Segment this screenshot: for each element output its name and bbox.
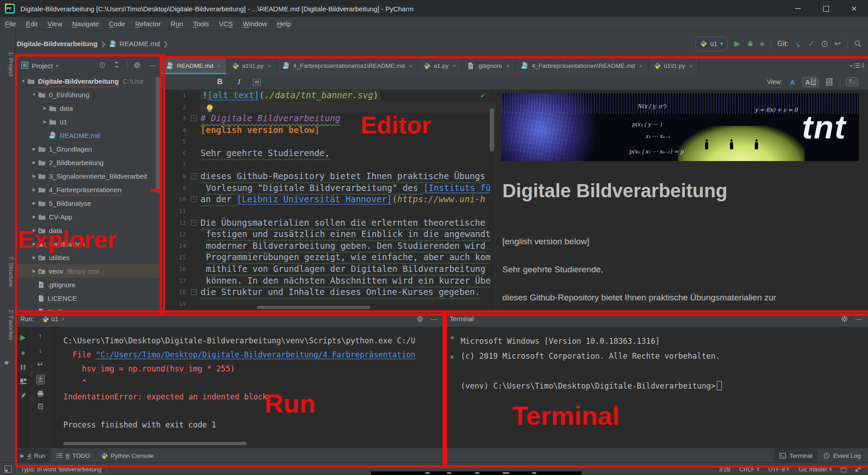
settings-gear-button[interactable] [841, 315, 848, 323]
vcs-commit-button[interactable]: ✓ [808, 39, 815, 48]
menu-item-view[interactable]: View [43, 17, 67, 30]
monospace-button[interactable]: m [253, 79, 261, 86]
run-configuration-select[interactable]: ü1▾ [695, 37, 728, 51]
tree-collapsed-icon[interactable]: ▶ [41, 119, 49, 124]
view-split-button[interactable]: A [802, 77, 819, 87]
tab-close-icon[interactable]: × [267, 62, 271, 69]
git-branch-widget[interactable]: Git: master [798, 466, 832, 473]
menu-item-help[interactable]: Help [272, 17, 296, 30]
menu-item-edit[interactable]: Edit [21, 17, 43, 30]
encoding-widget[interactable]: UTF-8 [768, 466, 790, 473]
tree-collapsed-icon[interactable]: ▶ [30, 187, 38, 192]
close-session-button[interactable]: × [450, 353, 454, 362]
tree-row[interactable]: ▶5_Bildanalyse [15, 196, 161, 210]
tree-row[interactable]: ▶3_Signalorientierte_Bildverarbeit [15, 169, 161, 183]
tree-row[interactable]: ▶utilities [15, 251, 161, 264]
editor-tab[interactable]: MD4_Farbrepräsentationen\README.md× [515, 57, 649, 74]
run-console-output[interactable]: C:\Users\Timo\Desktop\Digitale-Bildverar… [63, 327, 444, 448]
minimize-button[interactable]: ─ [784, 0, 812, 17]
new-session-button[interactable]: + [449, 333, 454, 343]
tree-collapsed-icon[interactable]: ▶ [30, 228, 38, 233]
settings-gear-button[interactable] [416, 315, 424, 323]
lock-icon[interactable] [841, 468, 846, 472]
view-preview-only-button[interactable] [824, 77, 835, 86]
intention-bulb-icon[interactable] [207, 104, 213, 110]
editor-tab[interactable]: MD4_Farbrepräsentationen\a1\README.md× [277, 57, 418, 74]
tree-collapsed-icon[interactable]: ▶ [41, 106, 49, 110]
editor-vertical-scrollbar[interactable] [490, 109, 494, 152]
tab-close-icon[interactable]: × [61, 316, 65, 323]
auto-scroll-preview-button[interactable]: T↓ [846, 77, 858, 86]
rerun-button[interactable]: ▶ [20, 333, 26, 342]
tab-close-icon[interactable]: × [409, 62, 413, 69]
vcs-rollback-button[interactable]: ↩ [835, 39, 841, 48]
view-editor-only-button[interactable]: A [787, 77, 797, 87]
stop-button[interactable]: ■ [21, 349, 25, 356]
tree-row[interactable]: ▶1_Grundlagen [15, 142, 161, 156]
menu-item-navigate[interactable]: Navigate [67, 17, 104, 30]
tree-expanded-icon[interactable]: ▼ [30, 92, 38, 97]
editor-code-area[interactable]: ![alt text](./data/tnt_banner.svg)# Digi… [200, 90, 496, 311]
editor-tab[interactable]: ü1\l1.py× [649, 57, 699, 74]
fold-marker-icon[interactable]: – [191, 115, 197, 121]
toolwindow-button-python-console[interactable]: Python Console [95, 448, 159, 463]
tree-row[interactable]: MDREADME.md [15, 128, 161, 142]
tree-row[interactable]: ▶Sandkasten [15, 237, 161, 251]
hide-panel-button[interactable]: — [431, 315, 437, 323]
editor-tab[interactable]: a1.py× [418, 57, 462, 74]
tree-row[interactable]: ▼0_Einführung [15, 88, 161, 101]
tree-collapsed-icon[interactable]: ▶ [30, 255, 38, 260]
reader-mode-icon[interactable] [855, 466, 861, 472]
tab-close-icon[interactable]: × [506, 62, 510, 69]
menu-item-file[interactable]: File [0, 17, 21, 30]
tab-close-icon[interactable]: × [689, 62, 693, 69]
maximize-button[interactable] [812, 0, 840, 17]
tree-row[interactable]: ▶data [15, 223, 161, 237]
favorites-star-icon[interactable]: ★ [3, 358, 10, 367]
hidden-tabs-dropdown[interactable]: ▾3 [850, 57, 868, 74]
tree-row[interactable]: ▼Digitale-BildverarbeitungC:\Use [15, 74, 161, 88]
clear-console-button[interactable] [38, 403, 43, 409]
menu-item-window[interactable]: Window [238, 17, 272, 30]
tree-row[interactable]: Pipfile [15, 305, 161, 311]
bold-button[interactable]: B [217, 78, 223, 86]
search-everywhere-button[interactable] [854, 40, 862, 48]
breadcrumb-item[interactable]: MDREADME.md [109, 40, 160, 48]
fold-marker-icon[interactable]: – [191, 196, 197, 202]
editor-horizontal-scrollbar[interactable] [257, 306, 370, 309]
down-stack-trace-button[interactable]: ↓ [38, 346, 42, 354]
stop-button[interactable]: ■ [760, 40, 764, 48]
project-scrollbar[interactable] [156, 77, 160, 193]
tree-row[interactable]: .gitignore [15, 278, 161, 291]
tree-row[interactable]: ▶ü1 [15, 115, 161, 128]
menu-item-code[interactable]: Code [104, 17, 130, 30]
print-button[interactable] [37, 390, 44, 397]
menu-item-tools[interactable]: Tools [188, 17, 214, 30]
italic-button[interactable]: I [238, 77, 241, 86]
hide-panel-button[interactable]: — [150, 62, 156, 69]
toolwindow-button-event-log[interactable]: Event Log [818, 448, 866, 463]
tree-collapsed-icon[interactable]: ▶ [30, 242, 38, 246]
code-segment[interactable]: [Instituts fü [423, 183, 491, 193]
tree-collapsed-icon[interactable]: ▶ [30, 201, 38, 205]
tree-row[interactable]: ▶CV-App [15, 210, 161, 223]
editor-tab[interactable]: .gitignore× [462, 57, 515, 74]
fold-marker-icon[interactable]: – [191, 289, 197, 295]
breadcrumb-item[interactable]: Digitale-Bildverarbeitung [6, 40, 97, 48]
editor-tab[interactable]: a1\l1.py× [227, 57, 277, 74]
debug-button[interactable] [747, 40, 754, 48]
soft-wrap-button[interactable]: ↵ [37, 360, 43, 369]
tree-row[interactable]: ?LICENCE [15, 291, 161, 305]
inspection-ok-icon[interactable]: ✓✓ [480, 91, 494, 100]
toolwindow-button-6-todo[interactable]: 6: TODO [51, 448, 95, 463]
project-panel-title[interactable]: Project▾ [21, 62, 58, 70]
tab-close-icon[interactable]: × [639, 62, 643, 69]
terminal-output[interactable]: Microsoft Windows [Version 10.0.18363.13… [461, 327, 868, 448]
tree-row[interactable]: ▶4_Farbrepräsentationen [15, 183, 161, 196]
tree-collapsed-icon[interactable]: ▶ [30, 269, 38, 273]
code-segment[interactable]: [alt text] [207, 90, 259, 100]
tree-row[interactable]: ▶data [15, 101, 161, 115]
console-file-link[interactable]: "C:/Users/Timo/Desktop/Digitale-Bildvera… [96, 350, 415, 359]
hide-panel-button[interactable]: — [855, 315, 862, 323]
collapse-all-button[interactable] [114, 62, 120, 68]
